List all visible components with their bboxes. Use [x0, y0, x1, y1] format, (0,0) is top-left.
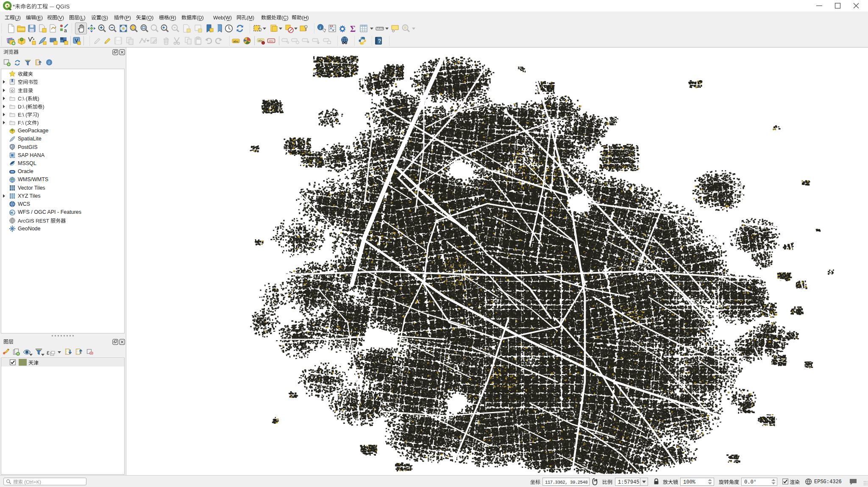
svg-text:abc: abc	[233, 39, 239, 43]
svg-text:i: i	[320, 25, 321, 30]
svg-text:a: a	[64, 28, 67, 34]
svg-text:abc: abc	[269, 39, 274, 43]
svg-text:i: i	[48, 60, 50, 65]
svg-text:Σ: Σ	[350, 24, 356, 34]
svg-text:?: ?	[378, 38, 381, 44]
